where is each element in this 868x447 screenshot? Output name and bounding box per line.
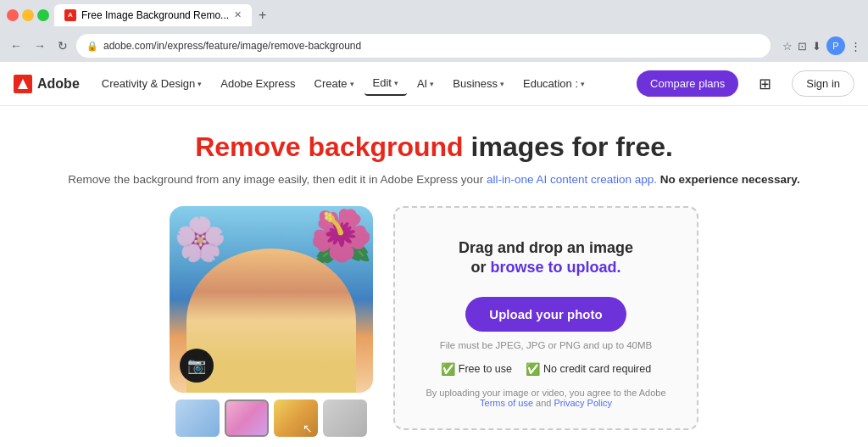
terms-prefix: By uploading your image or video, you ag… [426, 388, 665, 398]
chevron-down-icon: ▾ [198, 80, 202, 88]
bookmark-icon[interactable]: ☆ [782, 36, 793, 55]
check-icon-free: ✅ [441, 362, 455, 376]
forward-button[interactable]: → [31, 37, 49, 54]
nav-label-ai: AI [417, 77, 427, 90]
tab-close-icon[interactable]: ✕ [234, 9, 242, 20]
profile-avatar[interactable]: P [826, 36, 845, 55]
flower-decor-right: 🌺 [309, 206, 373, 266]
download-icon[interactable]: ⬇ [812, 36, 821, 55]
adobe-icon [14, 75, 32, 93]
chevron-down-icon-business: ▾ [500, 80, 504, 88]
compare-plans-button[interactable]: Compare plans [637, 70, 738, 97]
nav-item-edit[interactable]: Edit ▾ [364, 71, 407, 96]
page-subheadline: Remove the background from any image eas… [17, 173, 851, 186]
nav-label-create: Create [314, 77, 348, 90]
flower-decor-left: 🌸 [174, 215, 226, 264]
tab-bar: A Free Image Background Remo... ✕ + [54, 4, 270, 26]
privacy-policy-link[interactable]: Privacy Policy [554, 398, 611, 408]
camera-icon: 📷 [187, 356, 206, 375]
upload-format-note: File must be JPEG, JPG or PNG and up to … [422, 340, 670, 350]
feature-free-text: Free to use [459, 363, 512, 375]
chevron-down-icon-ai: ▾ [430, 80, 434, 88]
thumbnail-strip: ↖ [175, 400, 367, 437]
page-headline: Remove background images for free. [17, 131, 851, 163]
thumbnail-4[interactable] [323, 400, 367, 437]
nav-items: Creativity & Design ▾ Adobe Express Crea… [93, 71, 623, 96]
thumbnail-2[interactable] [225, 400, 269, 437]
drag-drop-text: Drag and drop an image [459, 239, 633, 256]
upload-terms: By uploading your image or video, you ag… [422, 388, 670, 408]
chevron-down-icon-create: ▾ [350, 80, 354, 88]
nav-label-business: Business [453, 77, 498, 90]
browser-actions: ☆ ⊡ ⬇ P ⋮ [782, 36, 861, 55]
nav-item-business[interactable]: Business ▾ [444, 72, 513, 95]
image-preview-section: 🌸 🌺 📷 ↖ [170, 206, 373, 437]
subheadline-bold: No experience necessary. [660, 173, 800, 186]
browse-link[interactable]: browse to upload. [491, 259, 621, 276]
thumbnail-3[interactable]: ↖ [274, 400, 318, 437]
headline-rest: images for free. [464, 131, 673, 162]
menu-icon[interactable]: ⋮ [850, 36, 861, 55]
nav-label-edit: Edit [373, 76, 392, 89]
upload-photo-button[interactable]: Upload your photo [465, 297, 626, 332]
or-text: or [470, 259, 490, 276]
extensions-icon[interactable]: ⊡ [798, 36, 807, 55]
feature-free: ✅ Free to use [441, 362, 512, 376]
address-bar-row: ← → ↻ 🔒 adobe.com/in/express/feature/ima… [0, 30, 868, 62]
thumbnail-1[interactable] [175, 400, 220, 437]
nav-item-create[interactable]: Create ▾ [306, 72, 363, 95]
tab-favicon: A [64, 9, 76, 21]
terms-of-use-link[interactable]: Terms of use [480, 398, 533, 408]
nav-item-creativity[interactable]: Creativity & Design ▾ [93, 72, 211, 95]
upload-title: Drag and drop an image or browse to uplo… [422, 238, 670, 278]
minimize-button[interactable] [22, 9, 34, 21]
camera-button[interactable]: 📷 [180, 349, 214, 383]
nav-item-express[interactable]: Adobe Express [212, 72, 303, 95]
nav-label-education: Education : [523, 77, 578, 90]
maximize-button[interactable] [37, 9, 49, 21]
tab-title: Free Image Background Remo... [81, 9, 229, 21]
back-button[interactable]: ← [7, 37, 25, 54]
upload-features: ✅ Free to use ✅ No credit card required [422, 362, 670, 376]
headline-colored: Remove background [195, 131, 464, 162]
demo-area: 🌸 🌺 📷 ↖ [17, 206, 851, 437]
main-preview-image: 🌸 🌺 📷 [170, 206, 373, 393]
url-text: adobe.com/in/express/feature/image/remov… [103, 40, 361, 52]
apps-grid-icon[interactable]: ⊞ [752, 71, 778, 97]
main-content: Remove background images for free. Remov… [0, 106, 868, 445]
chevron-down-icon-education: ▾ [581, 80, 585, 88]
svg-marker-0 [18, 79, 28, 89]
check-icon-card: ✅ [526, 362, 540, 376]
feature-no-card: ✅ No credit card required [526, 362, 651, 376]
navbar: Adobe Creativity & Design ▾ Adobe Expres… [0, 62, 868, 106]
adobe-brand-text: Adobe [37, 76, 80, 92]
nav-label-creativity: Creativity & Design [102, 77, 196, 90]
upload-box-section: Drag and drop an image or browse to uplo… [393, 206, 698, 430]
nav-item-education[interactable]: Education : ▾ [515, 72, 593, 95]
nav-label-express: Adobe Express [220, 77, 295, 90]
active-tab[interactable]: A Free Image Background Remo... ✕ [54, 4, 252, 26]
sign-in-button[interactable]: Sign in [792, 70, 854, 97]
cursor-icon: ↖ [303, 422, 313, 435]
refresh-button[interactable]: ↻ [54, 37, 71, 54]
new-tab-button[interactable]: + [255, 8, 270, 23]
chevron-down-icon-edit: ▾ [394, 79, 398, 87]
subheadline-link[interactable]: all-in-one AI content creation app. [487, 173, 657, 186]
upload-drop-zone[interactable]: Drag and drop an image or browse to uplo… [393, 206, 698, 430]
adobe-logo[interactable]: Adobe [14, 75, 80, 93]
terms-and: and [536, 398, 554, 408]
close-button[interactable] [7, 9, 19, 21]
page: Adobe Creativity & Design ▾ Adobe Expres… [0, 62, 868, 447]
lock-icon: 🔒 [86, 41, 98, 52]
window-controls [7, 9, 49, 21]
address-bar[interactable]: 🔒 adobe.com/in/express/feature/image/rem… [76, 34, 771, 58]
nav-item-ai[interactable]: AI ▾ [409, 72, 442, 95]
feature-no-card-text: No credit card required [543, 363, 651, 375]
